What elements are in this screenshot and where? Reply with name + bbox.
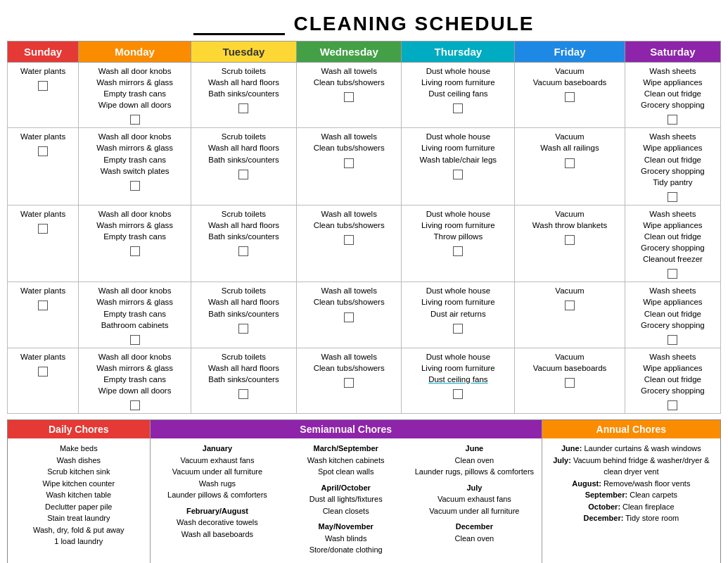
checkbox-row3-wednesday[interactable] (344, 235, 354, 245)
checkbox-row3-thursday[interactable] (453, 246, 463, 256)
semi-col-0: JanuaryVacuum exhaust fansVacuum under a… (153, 443, 282, 560)
daily-item: Scrub kitchen sink (13, 466, 144, 478)
checkbox-row1-friday[interactable] (565, 92, 575, 102)
checkbox-row5-tuesday[interactable] (238, 389, 248, 399)
semi-task: Vacuum under all furniture (413, 505, 536, 517)
text-row5-friday: VacuumVacuum baseboards (533, 351, 607, 374)
cell-row4-thursday: Dust whole houseLiving room furnitureDus… (402, 282, 515, 348)
checkbox-row4-saturday[interactable] (668, 335, 677, 345)
checkbox-row1-tuesday[interactable] (238, 103, 248, 113)
checkbox-row2-friday[interactable] (565, 158, 575, 168)
cell-row2-friday: VacuumWash all railings (515, 128, 625, 205)
daily-item: Wash dishes (13, 455, 144, 467)
checkbox-row4-thursday[interactable] (453, 324, 463, 334)
cell-row1-tuesday: Scrub toiletsWash all hard floorsBath si… (191, 63, 297, 128)
semi-month: December (413, 521, 536, 533)
checkbox-row4-tuesday[interactable] (238, 324, 248, 334)
semi-col-2: JuneClean ovenLaunder rugs, pillows & co… (410, 443, 539, 560)
text-row2-tuesday: Scrub toiletsWash all hard floorsBath si… (208, 131, 279, 165)
checkbox-row2-sunday[interactable] (38, 146, 48, 156)
text-row3-saturday: Wash sheetsWipe appliancesClean out frid… (641, 208, 705, 265)
text-row4-monday: Wash all door knobsWash mirrors & glassE… (96, 285, 173, 330)
daily-item: Make beds (13, 443, 144, 455)
semi-col-1: March/SeptemberWash kitchen cabinetsSpot… (281, 443, 410, 560)
semi-body: JanuaryVacuum exhaust fansVacuum under a… (151, 438, 542, 563)
checkbox-row4-sunday[interactable] (38, 301, 48, 310)
text-row2-wednesday: Wash all towelsClean tubs/showers (314, 131, 385, 153)
checkbox-row2-saturday[interactable] (668, 192, 677, 202)
text-row5-tuesday: Scrub toiletsWash all hard floorsBath si… (208, 351, 279, 385)
checkbox-row5-monday[interactable] (130, 400, 140, 410)
cell-row3-thursday: Dust whole houseLiving room furnitureThr… (402, 205, 515, 282)
checkbox-row1-sunday[interactable] (38, 81, 48, 91)
text-row3-tuesday: Scrub toiletsWash all hard floorsBath si… (208, 208, 279, 242)
annual-item: June: Launder curtains & wash windows (548, 443, 715, 455)
cell-row5-saturday: Wash sheetsWipe appliancesClean out frid… (625, 348, 720, 413)
checkbox-row5-sunday[interactable] (38, 367, 48, 377)
checkbox-row5-wednesday[interactable] (344, 378, 354, 388)
daily-item: Wipe kitchen counter (13, 478, 144, 490)
semi-month: June (413, 443, 536, 455)
annual-item: October: Clean fireplace (548, 501, 715, 513)
checkbox-row2-wednesday[interactable] (344, 158, 354, 168)
checkbox-row3-monday[interactable] (130, 246, 140, 256)
checkbox-row2-thursday[interactable] (453, 170, 463, 179)
checkbox-row5-friday[interactable] (565, 378, 575, 388)
daily-item: Declutter paper pile (13, 501, 144, 513)
cell-row5-wednesday: Wash all towelsClean tubs/showers (296, 348, 402, 413)
header-monday: Monday (79, 42, 191, 63)
checkbox-row1-monday[interactable] (130, 115, 140, 125)
schedule-table: Sunday Monday Tuesday Wednesday Thursday… (7, 41, 721, 414)
text-row1-sunday: Water plants (20, 65, 65, 77)
header-wednesday: Wednesday (296, 42, 402, 63)
cell-row4-tuesday: Scrub toiletsWash all hard floorsBath si… (191, 282, 297, 348)
semi-task: Launder pillows & comforters (156, 489, 279, 501)
checkbox-row1-thursday[interactable] (453, 103, 463, 113)
cell-row1-sunday: Water plants (8, 63, 79, 128)
semi-task: Clean closets (284, 505, 407, 517)
checkbox-row2-tuesday[interactable] (238, 170, 248, 179)
checkbox-row3-saturday[interactable] (668, 269, 677, 279)
semi-task: Wash decorative towels (156, 517, 279, 529)
semi-task: Vacuum exhaust fans (156, 455, 279, 467)
text-row4-wednesday: Wash all towelsClean tubs/showers (314, 285, 385, 308)
text-row4-thursday: Dust whole houseLiving room furnitureDus… (421, 285, 495, 319)
checkbox-row2-monday[interactable] (130, 181, 140, 191)
cell-row3-saturday: Wash sheetsWipe appliancesClean out frid… (625, 205, 720, 282)
text-row1-monday: Wash all door knobsWash mirrors & glassE… (96, 65, 173, 110)
semi-header: Semiannual Chores (151, 420, 542, 438)
checkbox-row5-saturday[interactable] (668, 400, 677, 410)
annual-item: December: Tidy store room (548, 512, 715, 524)
cell-row2-tuesday: Scrub toiletsWash all hard floorsBath si… (191, 128, 297, 205)
semi-month: May/November (284, 521, 407, 533)
checkbox-row1-wednesday[interactable] (344, 92, 354, 102)
text-row1-thursday: Dust whole houseLiving room furnitureDus… (421, 65, 495, 99)
text-row5-saturday: Wash sheetsWipe appliancesClean out frid… (641, 351, 705, 396)
cell-row5-tuesday: Scrub toiletsWash all hard floorsBath si… (191, 348, 297, 413)
text-row3-friday: VacuumWash throw blankets (532, 208, 607, 231)
daily-body: Make bedsWash dishesScrub kitchen sinkWi… (8, 438, 150, 552)
annual-item: September: Clean carpets (548, 489, 715, 501)
daily-item: 1 load laundry (13, 536, 144, 548)
text-row1-tuesday: Scrub toiletsWash all hard floorsBath si… (208, 65, 279, 99)
cell-row5-sunday: Water plants (8, 348, 79, 413)
checkbox-row3-friday[interactable] (565, 235, 575, 245)
checkbox-row4-wednesday[interactable] (344, 312, 354, 322)
checkbox-row3-tuesday[interactable] (238, 246, 248, 256)
text-row2-sunday: Water plants (20, 131, 65, 142)
annual-body: June: Launder curtains & wash windowsJul… (542, 438, 720, 529)
checkbox-row5-thursday[interactable] (453, 389, 463, 399)
text-row1-friday: VacuumVacuum baseboards (533, 65, 607, 88)
header-friday: Friday (515, 42, 625, 63)
checkbox-row1-saturday[interactable] (668, 115, 677, 125)
semi-task: Vacuum exhaust fans (413, 493, 536, 505)
checkbox-row4-friday[interactable] (565, 301, 575, 310)
checkbox-row4-monday[interactable] (130, 335, 140, 345)
text-row2-monday: Wash all door knobsWash mirrors & glassE… (96, 131, 173, 176)
cell-row3-wednesday: Wash all towelsClean tubs/showers (296, 205, 402, 282)
annual-item: August: Remove/wash floor vents (548, 478, 715, 490)
semi-task: Dust all lights/fixtures (284, 493, 407, 505)
cell-row4-monday: Wash all door knobsWash mirrors & glassE… (79, 282, 191, 348)
checkbox-row3-sunday[interactable] (38, 224, 48, 234)
semi-task: Wash blinds (284, 533, 407, 545)
